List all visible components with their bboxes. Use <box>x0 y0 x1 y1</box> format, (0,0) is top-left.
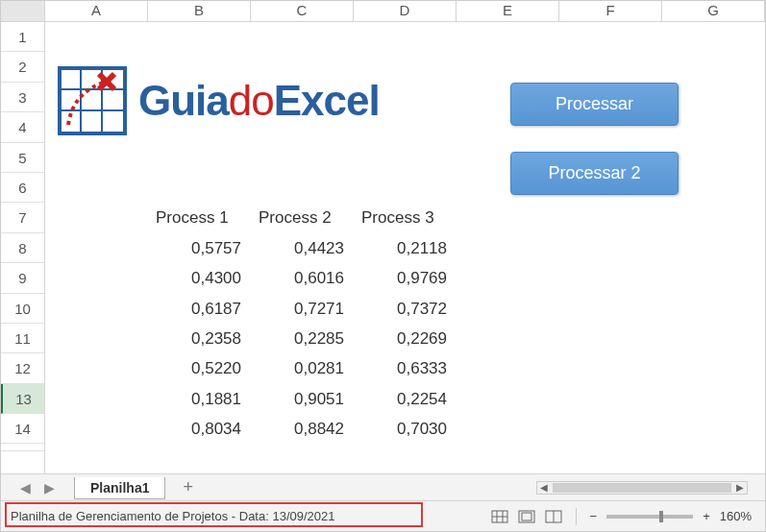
row-10[interactable]: 10 <box>1 294 44 324</box>
cell-B8[interactable]: 0,5757 <box>148 233 251 263</box>
row-14[interactable]: 14 <box>1 414 44 444</box>
cell-D11[interactable]: 0,2269 <box>354 324 457 353</box>
row-3[interactable]: 3 <box>1 83 44 112</box>
row-15[interactable]: 15 <box>1 444 44 451</box>
grid-body: 1 2 3 4 5 6 7 8 9 10 11 12 13 14 15 Proc… <box>1 22 765 475</box>
processar2-button[interactable]: Processar 2 <box>510 152 679 195</box>
cell-C10[interactable]: 0,7271 <box>251 294 354 324</box>
row-1[interactable]: 1 <box>1 22 44 52</box>
logo-do: do <box>229 77 274 124</box>
row-7[interactable]: 7 <box>1 203 44 232</box>
col-G[interactable]: G <box>662 1 765 21</box>
logo-guia: Guia <box>138 77 229 124</box>
row-11[interactable]: 11 <box>1 324 44 353</box>
row-12[interactable]: 12 <box>1 353 44 383</box>
col-D[interactable]: D <box>354 1 457 21</box>
logo-text: GuiadoExcel <box>138 77 380 125</box>
row-9[interactable]: 9 <box>1 263 44 293</box>
cell-D12[interactable]: 0,6333 <box>354 353 457 383</box>
cell-D13[interactable]: 0,2254 <box>354 384 457 414</box>
cell-B7[interactable]: Process 1 <box>148 203 251 232</box>
sheet-tabs-bar: ◀ ▶ Planilha1 + ◀ ▶ <box>1 473 765 500</box>
scroll-thumb[interactable] <box>553 483 731 493</box>
cell-D7[interactable]: Process 3 <box>354 203 457 232</box>
row-8[interactable]: 8 <box>1 233 44 263</box>
page-layout-view-icon[interactable] <box>518 510 535 523</box>
cell-C8[interactable]: 0,4423 <box>251 233 354 263</box>
cell-C11[interactable]: 0,2285 <box>251 324 354 353</box>
logo: GuiadoExcel <box>54 62 380 139</box>
col-B[interactable]: B <box>148 1 251 21</box>
cell-B14[interactable]: 0,8034 <box>148 414 251 444</box>
cell-D10[interactable]: 0,7372 <box>354 294 457 324</box>
cell-B9[interactable]: 0,4300 <box>148 263 251 293</box>
row-13[interactable]: 13 <box>1 384 44 414</box>
cell-D9[interactable]: 0,9769 <box>354 263 457 293</box>
scroll-right-icon[interactable]: ▶ <box>733 482 747 493</box>
zoom-slider[interactable] <box>606 515 693 519</box>
tab-prev-icon[interactable]: ◀ <box>20 480 31 496</box>
zoom-out-button[interactable]: − <box>590 509 598 523</box>
col-C[interactable]: C <box>251 1 354 21</box>
cell-C7[interactable]: Process 2 <box>251 203 354 232</box>
status-bar: Planilha de Gerenciamento de Projetos - … <box>1 500 765 531</box>
cell-B13[interactable]: 0,1881 <box>148 384 251 414</box>
add-sheet-button[interactable]: + <box>183 477 193 497</box>
row-2[interactable]: 2 <box>1 52 44 82</box>
zoom-in-button[interactable]: + <box>703 509 710 523</box>
horizontal-scrollbar[interactable]: ◀ ▶ <box>536 481 748 495</box>
col-A[interactable]: A <box>45 1 148 21</box>
row-6[interactable]: 6 <box>1 173 44 203</box>
sheet-tab-planilha1[interactable]: Planilha1 <box>74 477 165 499</box>
col-E[interactable]: E <box>457 1 559 21</box>
scroll-left-icon[interactable]: ◀ <box>537 482 551 493</box>
cell-C14[interactable]: 0,8842 <box>251 414 354 444</box>
cell-B11[interactable]: 0,2358 <box>148 324 251 353</box>
cell-B12[interactable]: 0,5220 <box>148 353 251 383</box>
row-4[interactable]: 4 <box>1 112 44 142</box>
processar-button[interactable]: Processar <box>510 83 679 126</box>
row-headers: 1 2 3 4 5 6 7 8 9 10 11 12 13 14 15 <box>1 22 45 475</box>
normal-view-icon[interactable] <box>491 510 508 523</box>
zoom-value[interactable]: 160% <box>720 509 752 523</box>
logo-icon <box>54 62 131 139</box>
select-all-corner[interactable] <box>1 1 45 21</box>
row-5[interactable]: 5 <box>1 143 44 173</box>
cell-B10[interactable]: 0,6187 <box>148 294 251 324</box>
svg-rect-12 <box>522 513 531 520</box>
status-text: Planilha de Gerenciamento de Projetos - … <box>1 505 345 527</box>
cell-C12[interactable]: 0,0281 <box>251 353 354 383</box>
cell-D8[interactable]: 0,2118 <box>354 233 457 263</box>
cell-C9[interactable]: 0,6016 <box>251 263 354 293</box>
column-headers: A B C D E F G <box>1 1 765 22</box>
cell-C13[interactable]: 0,9051 <box>251 384 354 414</box>
tab-next-icon[interactable]: ▶ <box>44 480 55 496</box>
col-F[interactable]: F <box>559 1 662 21</box>
cell-D14[interactable]: 0,7030 <box>354 414 457 444</box>
logo-excel: Excel <box>274 77 380 124</box>
pagebreak-view-icon[interactable] <box>545 510 562 523</box>
